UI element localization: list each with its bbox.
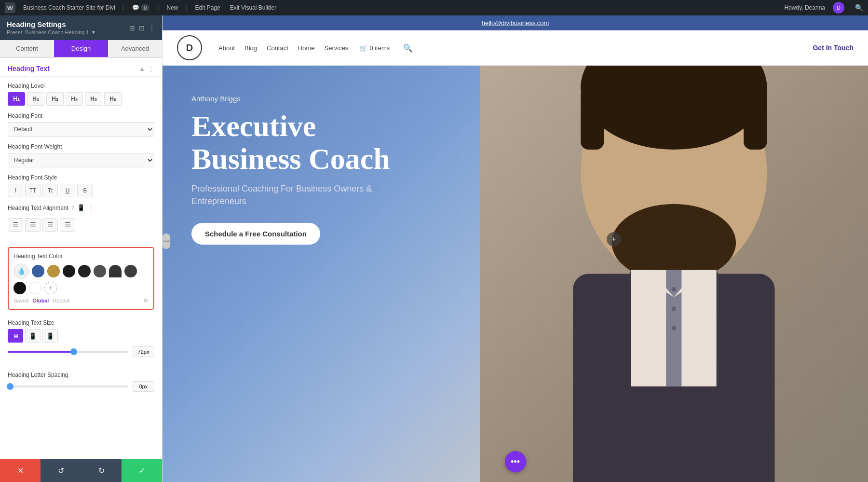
color-tab-global[interactable]: Global [32,298,49,303]
style-capitalize-btn[interactable]: Tt [42,184,58,197]
align-left-btn[interactable]: ☰ [8,218,23,232]
heading-font-weight-select[interactable]: Regular [8,153,154,167]
letter-spacing-thumb[interactable] [7,383,14,390]
add-element-button[interactable]: + [607,232,621,247]
alignment-more-icon[interactable]: ⋮ [88,204,94,211]
letter-spacing-input[interactable]: 0px [133,381,154,392]
admin-site-name[interactable]: Business Coach Starter Site for Divi [21,4,117,11]
panel-more-icon[interactable]: ⋮ [149,24,155,32]
divi-fab-button[interactable]: ••• [505,451,526,472]
section-heading-text: Heading Text ▲ ⋮ [0,58,162,77]
heading-text-color-section: Heading Text Color 💧 + Sa [8,247,154,310]
svg-point-9 [672,306,677,311]
nav-cart[interactable]: 🛒 0 items [360,44,390,52]
text-size-slider-thumb[interactable] [70,348,77,355]
section-more-icon[interactable]: ⋮ [148,65,154,72]
letter-spacing-slider-track[interactable] [8,386,128,387]
save-button[interactable]: ✓ [122,459,162,482]
color-swatch-gold[interactable] [47,265,60,277]
color-swatch-dark6[interactable] [14,282,26,294]
hero-subheading: Professional Coaching For Business Owner… [191,183,423,207]
color-swatch-dark5[interactable] [124,265,137,277]
admin-exit-builder[interactable]: Exit Visual Builder [228,4,279,11]
color-swatch-dark4[interactable] [109,265,122,277]
nav-blog[interactable]: Blog [244,44,257,52]
text-size-input[interactable]: 72px [133,346,154,357]
left-panel: Heading Settings Preset: Business Coach … [0,15,163,482]
nav-search-icon[interactable]: 🔍 [403,43,413,53]
cancel-button[interactable]: ✕ [0,459,41,482]
color-swatch-white[interactable] [29,282,41,294]
svg-point-10 [672,326,677,331]
h6-btn[interactable]: H₆ [104,92,122,106]
align-justify-btn[interactable]: ☰ [60,218,75,232]
site-logo[interactable]: D [177,35,202,60]
cart-icon: 🛒 [360,44,367,52]
resize-handle[interactable]: ⟺ [163,234,170,249]
heading-font-label: Heading Font [8,112,154,119]
color-tab-settings-icon[interactable]: ⚙ [143,297,149,304]
h3-btn[interactable]: H₃ [46,92,64,106]
size-desktop-btn[interactable]: 🖥 [8,329,23,343]
nav-about[interactable]: About [218,44,235,52]
tab-design[interactable]: Design [54,40,108,57]
text-size-slider-track[interactable] [8,351,128,353]
wp-logo-icon[interactable]: W [5,2,15,13]
nav-cta[interactable]: Get In Touch [813,44,854,52]
eyedropper-icon[interactable]: 💧 [14,263,29,279]
heading-font-styles: I TT Tt U S [8,184,154,197]
admin-edit-page[interactable]: Edit Page [193,4,222,11]
admin-search-icon[interactable]: 🔍 [855,4,863,12]
size-tablet-btn[interactable]: 📱 [25,329,41,343]
align-right-btn[interactable]: ☰ [42,218,58,232]
color-swatch-blue[interactable] [32,265,44,277]
tab-advanced[interactable]: Advanced [108,40,162,57]
main-layout: Heading Settings Preset: Business Coach … [0,15,868,482]
admin-comments[interactable]: 💬 0 [130,4,151,11]
heading-text-size-section: Heading Text Size 🖥 📱 📱 72px [0,314,162,370]
panel-settings-icon[interactable]: ⊞ [129,24,135,32]
color-swatch-dark1[interactable] [63,265,75,277]
color-swatch-dark3[interactable] [94,265,106,277]
color-tab-saved[interactable]: Saved [14,298,28,303]
heading-text-color-label: Heading Text Color [14,253,149,260]
admin-howdy: Howdy, Deanna [785,4,826,11]
redo-button[interactable]: ↻ [81,459,122,482]
section-collapse-icon[interactable]: ▲ [139,65,145,72]
h4-btn[interactable]: H₄ [66,92,83,106]
nav-contact[interactable]: Contact [267,44,288,52]
email-link[interactable]: hello@divibusiness.com [482,19,549,27]
size-mobile-btn[interactable]: 📱 [42,329,58,343]
user-avatar[interactable]: D [833,2,844,14]
panel-content: Heading Text ▲ ⋮ Heading Level H₁ H₂ H₃ … [0,58,162,459]
admin-new[interactable]: New [164,4,180,11]
nav-home[interactable]: Home [298,44,315,52]
align-center-btn[interactable]: ☰ [25,218,41,232]
heading-font-select[interactable]: Default [8,122,154,137]
h5-btn[interactable]: H₅ [85,92,102,106]
hero-section: Anthony Briggs Executive Business Coach … [163,66,868,482]
heading-levels: H₁ H₂ H₃ H₄ H₅ H₆ [8,92,154,106]
panel-header: Heading Settings Preset: Business Coach … [0,15,162,40]
heading-letter-spacing-label: Heading Letter Spacing [8,372,154,378]
nav-services[interactable]: Services [325,44,349,52]
hero-cta-button[interactable]: Schedule a Free Consultation [191,223,320,245]
style-uppercase-btn[interactable]: TT [25,184,41,197]
hero-person-name: Anthony Briggs [191,95,423,103]
h2-btn[interactable]: H₂ [27,92,44,106]
alignment-device-icon[interactable]: 📱 [77,204,85,211]
panel-expand-icon[interactable]: ⊡ [139,24,145,32]
preview-area: hello@divibusiness.com D About Blog Cont… [163,15,868,482]
panel-subtitle: Preset: Business Coach Heading 1 ▼ [7,29,96,35]
h1-btn[interactable]: H₁ [8,92,25,106]
tab-content[interactable]: Content [0,40,54,57]
panel-tabs: Content Design Advanced [0,40,162,58]
color-swatch-add[interactable]: + [44,282,57,294]
style-italic-btn[interactable]: I [8,184,23,197]
style-underline-btn[interactable]: U [60,184,75,197]
style-strikethrough-btn[interactable]: S [77,184,93,197]
undo-button[interactable]: ↺ [41,459,81,482]
color-tab-recent[interactable]: Recent [53,298,69,303]
color-swatch-dark2[interactable] [78,265,91,277]
alignment-help-icon[interactable]: ? [71,205,74,211]
